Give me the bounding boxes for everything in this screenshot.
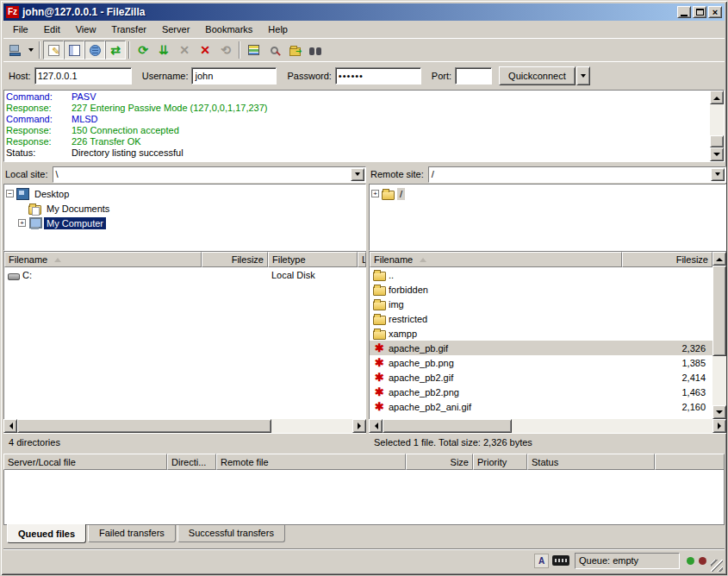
speed-limits-icon[interactable] <box>552 555 569 566</box>
scroll-thumb[interactable] <box>712 266 726 356</box>
menu-item-transfer[interactable]: Transfer <box>103 22 154 36</box>
tab-successful-transfers[interactable]: Successful transfers <box>177 525 285 542</box>
scroll-up-button[interactable] <box>710 91 724 104</box>
username-input[interactable] <box>191 67 277 85</box>
menu-item-server[interactable]: Server <box>154 22 197 36</box>
filter-button[interactable] <box>264 41 284 59</box>
scroll-left-button[interactable] <box>369 419 383 433</box>
refresh-button[interactable]: ⟳ <box>133 41 153 59</box>
column-header-filesize[interactable]: Filesize <box>622 252 712 267</box>
scroll-thumb[interactable] <box>383 419 512 433</box>
tree-item-my-computer[interactable]: + My Computer <box>6 216 365 230</box>
column-header-filename[interactable]: Filename <box>4 252 202 267</box>
combo-dropdown-button[interactable] <box>351 168 364 181</box>
directory-comparison-button[interactable] <box>243 41 264 59</box>
folder-icon <box>382 191 395 200</box>
combo-dropdown-button[interactable] <box>711 168 725 181</box>
maximize-button[interactable] <box>693 6 706 18</box>
toggle-local-tree-button[interactable] <box>64 41 84 59</box>
remote-vscrollbar[interactable] <box>712 252 726 419</box>
queue-column-header[interactable]: Directi... <box>167 454 216 470</box>
remote-site-value: / <box>429 169 710 179</box>
remote-hscrollbar[interactable] <box>369 419 726 433</box>
local-tree[interactable]: − Desktop My Documents + My Computer <box>3 184 366 251</box>
minimize-icon <box>681 15 688 16</box>
menu-item-edit[interactable]: Edit <box>36 22 68 36</box>
scroll-down-button[interactable] <box>712 405 726 419</box>
menu-item-bookmarks[interactable]: Bookmarks <box>197 22 260 36</box>
file-row[interactable]: ✱apache_pb.gif2,326 <box>370 341 712 355</box>
file-row[interactable]: C:Local Disk <box>4 267 366 282</box>
transfer-queue: Server/Local fileDirecti...Remote fileSi… <box>3 454 725 547</box>
search-button[interactable] <box>305 41 326 59</box>
file-row[interactable]: forbidden <box>370 282 712 297</box>
queue-column-header[interactable]: Server/Local file <box>3 454 167 470</box>
scroll-right-button[interactable] <box>352 419 366 433</box>
menu-item-file[interactable]: File <box>5 22 36 36</box>
sync-browsing-button[interactable] <box>284 41 305 59</box>
queue-column-header[interactable]: Size <box>406 454 473 470</box>
image-file-icon: ✱ <box>373 386 386 398</box>
scroll-left-button[interactable] <box>3 419 17 433</box>
column-header-filetype[interactable]: Filetype <box>268 252 358 267</box>
tree-item-root[interactable]: + / <box>371 186 725 201</box>
cancel-button[interactable]: ✕ <box>174 41 195 59</box>
tab-queued-files[interactable]: Queued files <box>7 524 86 543</box>
site-manager-button[interactable] <box>5 41 26 59</box>
remote-status-text: Selected 1 file. Total size: 2,326 bytes <box>374 437 532 448</box>
queue-body[interactable] <box>3 470 725 525</box>
column-header-filesize[interactable]: Filesize <box>202 252 268 267</box>
expand-icon[interactable]: + <box>371 190 379 197</box>
queue-column-header[interactable]: Status <box>527 454 655 470</box>
column-header-lastmodified[interactable]: L <box>358 252 366 267</box>
close-button[interactable]: × <box>708 6 722 18</box>
title-bar[interactable]: Fz john@127.0.0.1 - FileZilla × <box>3 3 725 21</box>
quickconnect-button[interactable]: Quickconnect <box>499 66 576 85</box>
datatype-indicator-icon[interactable]: A <box>534 554 549 568</box>
scroll-up-button[interactable] <box>712 252 726 266</box>
host-input[interactable] <box>34 67 132 85</box>
process-queue-button[interactable]: ⇊ <box>153 41 174 59</box>
tab-failed-transfers[interactable]: Failed transfers <box>88 525 176 542</box>
file-row[interactable]: ✱apache_pb.png1,385 <box>370 355 712 370</box>
file-row[interactable]: restricted <box>370 311 712 326</box>
reconnect-button[interactable]: ⟲ <box>215 41 236 59</box>
minimize-button[interactable] <box>677 6 691 18</box>
scroll-thumb[interactable] <box>710 135 724 147</box>
file-row[interactable]: .. <box>370 267 712 282</box>
scroll-down-button[interactable] <box>710 147 724 161</box>
port-input[interactable] <box>455 67 492 85</box>
scroll-thumb[interactable] <box>17 419 271 433</box>
disconnect-button[interactable]: ✕ <box>195 41 215 59</box>
toggle-remote-tree-button[interactable] <box>84 41 105 59</box>
password-input[interactable] <box>335 67 421 85</box>
file-row[interactable]: ✱apache_pb2_ani.gif2,160 <box>370 399 712 414</box>
remote-site-combo[interactable]: / <box>428 166 726 183</box>
menu-item-view[interactable]: View <box>68 22 104 36</box>
quickconnect-dropdown[interactable] <box>576 66 590 85</box>
file-row[interactable]: ✱apache_pb2.png1,463 <box>370 385 712 399</box>
file-row[interactable]: ✱apache_pb2.gif2,414 <box>370 370 712 385</box>
log-line: Response:150 Connection accepted <box>6 125 708 136</box>
file-row[interactable]: xampp <box>370 326 712 341</box>
log-scrollbar[interactable] <box>710 91 724 161</box>
tree-label: Desktop <box>32 188 72 200</box>
file-row[interactable]: img <box>370 297 712 311</box>
site-manager-dropdown[interactable] <box>26 41 36 59</box>
remote-tree[interactable]: + / <box>369 184 726 251</box>
collapse-icon[interactable]: − <box>6 190 14 197</box>
menu-item-help[interactable]: Help <box>260 22 296 36</box>
local-hscrollbar[interactable] <box>3 419 366 433</box>
queue-column-header[interactable]: Priority <box>473 454 527 470</box>
expand-icon[interactable]: + <box>18 219 26 227</box>
tree-item-my-documents[interactable]: My Documents <box>6 201 365 216</box>
column-header-filename[interactable]: Filename <box>370 252 622 267</box>
local-site-combo[interactable]: \ <box>53 166 366 183</box>
toggle-message-log-button[interactable] <box>43 41 64 59</box>
queue-column-header[interactable]: Remote file <box>216 454 406 470</box>
tree-item-desktop[interactable]: − Desktop <box>6 186 365 201</box>
resize-grip[interactable] <box>711 560 723 572</box>
log-line: Response:226 Transfer OK <box>6 136 708 147</box>
scroll-right-button[interactable] <box>712 419 726 433</box>
toggle-queue-button[interactable]: ⇄ <box>105 41 126 59</box>
